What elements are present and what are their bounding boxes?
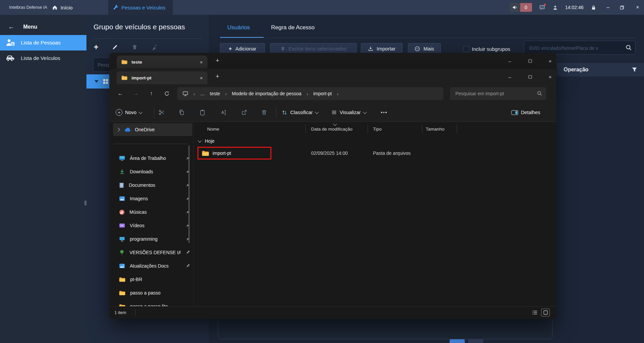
add-group-button[interactable]: +: [94, 44, 98, 50]
back-arrow-icon[interactable]: ←: [8, 23, 14, 31]
breadcrumb-item[interactable]: Modelo de importação de pessoa: [232, 91, 301, 96]
explorer-search-input[interactable]: [455, 87, 533, 100]
column-header-tipo[interactable]: Tipo: [373, 127, 382, 132]
column-separator[interactable]: [368, 125, 368, 133]
app-minimize-button[interactable]: –: [605, 4, 611, 10]
notifications-button[interactable]: [539, 5, 545, 10]
explorer-tab[interactable]: import-pt ×: [117, 71, 207, 84]
new-tab-button[interactable]: +: [216, 57, 219, 64]
delete-button[interactable]: [261, 107, 267, 118]
nav-item-videos[interactable]: Vídeos: [113, 219, 194, 232]
tab-pessoas-veiculos[interactable]: Pessoas e Veículos: [108, 0, 173, 15]
nav-item-onedrive[interactable]: OneDrive: [113, 123, 192, 136]
breadcrumb-overflow[interactable]: …: [200, 91, 205, 96]
see-more-button[interactable]: [381, 107, 387, 118]
window-close-button[interactable]: ×: [543, 72, 556, 81]
sidebar-item-lista-de-veiculos[interactable]: Lista de Veículos: [0, 50, 86, 66]
paste-button[interactable]: [199, 107, 205, 118]
nav-item-label: Vídeos: [130, 223, 145, 228]
nav-item-downloads[interactable]: Downloads: [113, 165, 194, 178]
window-minimize-button[interactable]: –: [503, 72, 517, 81]
nav-back-button[interactable]: ←: [115, 89, 125, 99]
nav-item-label: Imagens: [130, 196, 148, 201]
paste-icon: [199, 109, 205, 115]
tab-title: import-pt: [131, 75, 196, 80]
tab-close-icon[interactable]: ×: [200, 75, 203, 81]
share-button[interactable]: [241, 107, 247, 118]
clock: 14:02:46: [565, 5, 584, 10]
new-tab-button[interactable]: +: [216, 73, 219, 80]
group-row-hoje[interactable]: Hoje: [197, 137, 215, 145]
cut-button[interactable]: [158, 107, 165, 118]
breadcrumb-item[interactable]: import-pt: [313, 91, 332, 96]
breadcrumb-item[interactable]: teste: [210, 91, 220, 96]
delete-group-button[interactable]: [132, 44, 138, 50]
copy-button[interactable]: [179, 107, 185, 118]
search-icon[interactable]: [626, 44, 632, 51]
nav-item-pt-br[interactable]: pt-BR: [113, 273, 194, 286]
sort-direction-icon: [333, 122, 337, 126]
explorer-back-tab[interactable]: teste ×: [117, 56, 207, 68]
filter-icon[interactable]: [632, 67, 637, 72]
car-icon: [5, 54, 15, 63]
tab-regra-de-acesso[interactable]: Regra de Acesso: [271, 24, 314, 31]
column-header-nome[interactable]: Nome: [207, 127, 219, 132]
app-close-button[interactable]: ×: [635, 4, 641, 10]
chevron-expand-icon[interactable]: [116, 128, 120, 131]
nav-item-atualizacoes-docs[interactable]: Atualizações Docs: [113, 259, 194, 273]
nav-item-versoes-defense-ia[interactable]: VERSÕES DEFENSE IA: [113, 246, 194, 259]
user-button[interactable]: [553, 5, 558, 10]
details-view-button[interactable]: [530, 309, 539, 316]
window-maximize-button[interactable]: [523, 72, 537, 81]
include-subgroups-checkbox[interactable]: [463, 46, 469, 52]
nav-item-musicas[interactable]: Músicas: [113, 205, 194, 219]
alarm-count-badge[interactable]: 0: [520, 3, 532, 12]
large-icons-view-icon: [543, 310, 548, 315]
desktop-icon: [119, 156, 125, 161]
window-maximize-button[interactable]: [523, 56, 537, 66]
tree-expand-icon[interactable]: [94, 80, 99, 83]
sort-button[interactable]: Classificar: [281, 107, 318, 118]
divider: [193, 122, 194, 308]
breadcrumb-bar[interactable]: › … teste › Modelo de importação de pess…: [177, 87, 443, 100]
file-row-import-pt[interactable]: import-pt 02/09/2025 14:00 Pasta de arqu…: [197, 147, 556, 160]
tab-usuarios[interactable]: Usuários: [227, 24, 250, 31]
nav-item-imagens[interactable]: Imagens: [113, 192, 194, 205]
explorer-nav-list: Área de Trabalho Downloads Documentos Im…: [113, 151, 194, 313]
nav-item-documentos[interactable]: Documentos: [113, 178, 194, 192]
nav-item-passo-a-passo[interactable]: passo a passo: [113, 286, 194, 300]
notification-dot: [544, 4, 546, 6]
window-close-button[interactable]: ×: [543, 56, 556, 66]
nav-up-button[interactable]: ↑: [146, 89, 156, 99]
pagination-button-secondary[interactable]: [468, 339, 483, 343]
app-restore-button[interactable]: [620, 5, 626, 10]
group-toolbar: +: [94, 44, 157, 50]
window-minimize-button[interactable]: –: [503, 56, 517, 66]
nav-item-area-de-trabalho[interactable]: Área de Trabalho: [113, 151, 194, 165]
refresh-button[interactable]: [162, 89, 172, 99]
column-separator[interactable]: [305, 125, 306, 133]
sidebar-item-lista-de-pessoas[interactable]: Lista de Pessoas: [0, 35, 86, 50]
search-icon[interactable]: [537, 91, 542, 96]
rename-button[interactable]: [220, 107, 227, 118]
volume-button[interactable]: [510, 3, 520, 12]
nav-forward-button[interactable]: →: [131, 89, 141, 99]
sidebar-scrollbar[interactable]: [188, 145, 190, 243]
include-subgroups-label: Incluir subgrupos: [472, 46, 510, 52]
lock-button[interactable]: [591, 5, 596, 10]
new-button[interactable]: + Novo: [116, 107, 142, 118]
view-button[interactable]: Visualizar: [331, 107, 366, 118]
column-separator[interactable]: [457, 125, 457, 133]
explorer-window[interactable]: import-pt × + – × ← → ↑ › … teste › Mode…: [109, 69, 556, 319]
clear-group-button[interactable]: [151, 44, 157, 50]
pagination-button-primary[interactable]: [450, 339, 465, 343]
edit-group-button[interactable]: [112, 44, 118, 50]
home-tab[interactable]: Início: [49, 0, 76, 15]
column-header-tamanho[interactable]: Tamanho: [426, 127, 445, 132]
column-separator[interactable]: [422, 125, 422, 133]
column-header-data[interactable]: Data de modificação: [311, 127, 352, 132]
tab-close-icon[interactable]: ×: [200, 59, 203, 65]
details-pane-button[interactable]: Detalhes: [511, 107, 540, 118]
large-icons-view-button[interactable]: [541, 309, 550, 316]
nav-item-programming[interactable]: programming: [113, 232, 194, 246]
